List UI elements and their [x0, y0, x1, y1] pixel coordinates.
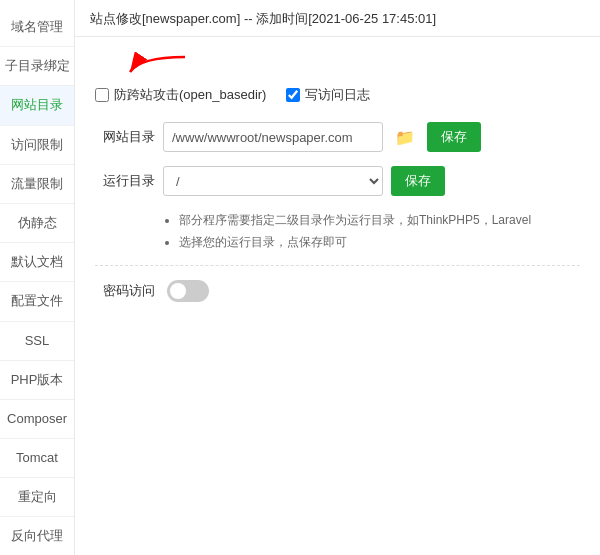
sidebar-item-SSL[interactable]: SSL	[0, 322, 74, 361]
sidebar-item-默认文档[interactable]: 默认文档	[0, 243, 74, 282]
sidebar-item-重定向[interactable]: 重定向	[0, 478, 74, 517]
arrow-indicator	[110, 52, 190, 80]
sidebar-item-子目录绑定[interactable]: 子目录绑定	[0, 47, 74, 86]
run-dir-save-button[interactable]: 保存	[391, 166, 445, 196]
sidebar-item-反向代理[interactable]: 反向代理	[0, 517, 74, 555]
main-panel: 站点修改[newspaper.com] -- 添加时间[2021-06-25 1…	[75, 0, 600, 555]
sidebar-item-配置文件[interactable]: 配置文件	[0, 282, 74, 321]
sidebar-item-伪静态[interactable]: 伪静态	[0, 204, 74, 243]
access-log-checkbox[interactable]: 写访问日志	[286, 86, 370, 104]
sidebar-item-域名管理[interactable]: 域名管理	[0, 8, 74, 47]
password-access-label: 密码访问	[95, 282, 155, 300]
sidebar: 域名管理子目录绑定网站目录访问限制流量限制伪静态默认文档配置文件SSLPHP版本…	[0, 0, 75, 555]
run-dir-row: 运行目录 / 保存	[95, 166, 580, 196]
website-dir-row: 网站目录 📁 保存	[95, 122, 580, 152]
sidebar-item-流量限制[interactable]: 流量限制	[0, 165, 74, 204]
prevent-crosssite-checkbox[interactable]: 防跨站攻击(open_basedir)	[95, 86, 266, 104]
sidebar-item-访问限制[interactable]: 访问限制	[0, 126, 74, 165]
website-dir-save-button[interactable]: 保存	[427, 122, 481, 152]
folder-icon[interactable]: 📁	[391, 123, 419, 151]
content-area: 防跨站攻击(open_basedir) 写访问日志 网站目录 📁 保存 运行目录…	[75, 37, 600, 555]
divider	[95, 265, 580, 266]
run-dir-label: 运行目录	[95, 172, 155, 190]
run-dir-select[interactable]: /	[163, 166, 383, 196]
website-dir-label: 网站目录	[95, 128, 155, 146]
sidebar-item-Composer[interactable]: Composer	[0, 400, 74, 439]
access-log-input[interactable]	[286, 88, 300, 102]
sidebar-item-网站目录[interactable]: 网站目录	[0, 86, 74, 125]
password-access-toggle[interactable]	[167, 280, 209, 302]
toggle-slider	[167, 280, 209, 302]
page-title: 站点修改[newspaper.com] -- 添加时间[2021-06-25 1…	[75, 0, 600, 37]
sidebar-item-Tomcat[interactable]: Tomcat	[0, 439, 74, 478]
prevent-crosssite-input[interactable]	[95, 88, 109, 102]
options-row: 防跨站攻击(open_basedir) 写访问日志	[95, 86, 580, 104]
sidebar-item-PHP版本[interactable]: PHP版本	[0, 361, 74, 400]
tip-item: 部分程序需要指定二级目录作为运行目录，如ThinkPHP5，Laravel	[179, 210, 580, 232]
tips-section: 部分程序需要指定二级目录作为运行目录，如ThinkPHP5，Laravel选择您…	[163, 210, 580, 253]
tip-item: 选择您的运行目录，点保存即可	[179, 232, 580, 254]
website-dir-input[interactable]	[163, 122, 383, 152]
password-access-row: 密码访问	[95, 280, 580, 302]
